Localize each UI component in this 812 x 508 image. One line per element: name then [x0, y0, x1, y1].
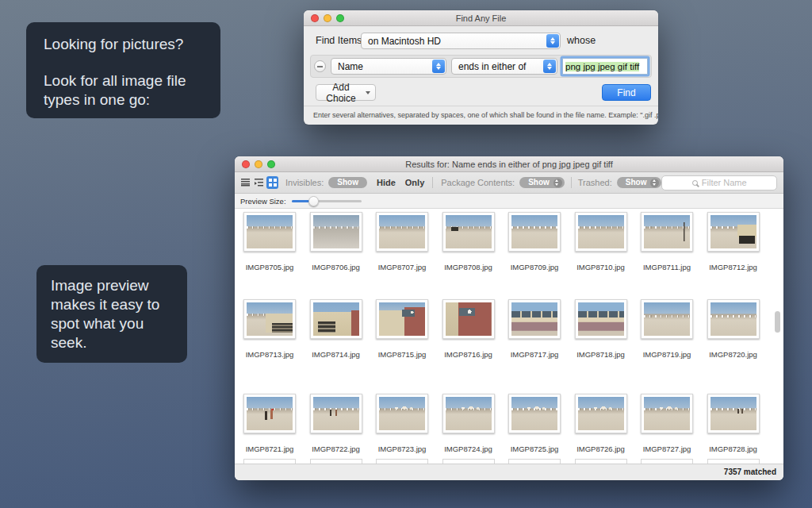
- thumbnail-image: [379, 397, 425, 430]
- find-any-file-window: Find Any File Find Items on Macintosh HD…: [304, 10, 658, 125]
- thumbnail: [376, 394, 428, 433]
- file-item[interactable]: IMGP8721.jpg: [243, 394, 296, 453]
- slider-knob[interactable]: [308, 196, 319, 206]
- grid-row: IMGP8713.jpg IMGP8714.jpg IMGP8715.jpg I…: [243, 299, 760, 359]
- find-button[interactable]: Find: [602, 84, 651, 101]
- file-item[interactable]: IMGP8707.jpg: [376, 212, 428, 271]
- whose-label: whose: [567, 33, 596, 49]
- search-icon: [692, 180, 698, 186]
- package-contents-dropdown[interactable]: Show: [519, 177, 565, 188]
- thumbnail-image: [644, 302, 690, 336]
- file-item[interactable]: IMGP8716.jpg: [442, 299, 495, 359]
- thumbnail: [508, 394, 561, 433]
- results-window-titlebar[interactable]: Results for: Name ends in either of png …: [235, 156, 783, 172]
- criteria-row: Name ends in either of png jpg jpeg gif …: [310, 55, 652, 78]
- thumbnail-image: [247, 397, 293, 430]
- file-item[interactable]: IMGP8718.jpg: [575, 299, 627, 359]
- vertical-scrollbar[interactable]: [775, 311, 780, 333]
- file-item[interactable]: IMGP8717.jpg: [508, 299, 561, 359]
- thumbnail-image: [644, 397, 690, 430]
- dropdown-stepper-icon: [543, 60, 556, 73]
- thumbnail-image: [446, 397, 492, 430]
- grid-view-button[interactable]: [266, 176, 278, 189]
- actions-row: Add Choice Find: [304, 84, 658, 101]
- invisibles-hide-button[interactable]: Hide: [377, 178, 396, 187]
- thumbnail-image: [446, 215, 492, 248]
- minimize-button[interactable]: [324, 14, 331, 22]
- status-bar: 7357 matched: [235, 464, 783, 480]
- thumbnail-image: [247, 302, 293, 336]
- operator-dropdown[interactable]: ends in either of: [451, 58, 557, 75]
- trashed-label: Trashed:: [578, 178, 612, 187]
- thumbnail: [310, 212, 362, 252]
- file-name: IMGP8711.jpg: [634, 263, 700, 271]
- file-item[interactable]: IMGP8713.jpg: [243, 299, 296, 359]
- thumbnail: [575, 299, 627, 339]
- file-item[interactable]: IMGP8705.jpg: [243, 212, 296, 271]
- thumbnail-image: [313, 397, 359, 430]
- file-item[interactable]: IMGP8706.jpg: [310, 212, 362, 271]
- results-window: Results for: Name ends in either of png …: [235, 156, 783, 480]
- file-name: IMGP8723.jpg: [369, 444, 435, 453]
- dropdown-stepper-icon: [432, 60, 445, 73]
- file-item[interactable]: IMGP8724.jpg: [442, 394, 495, 453]
- thumbnail-image: [511, 215, 557, 248]
- callout-looking-for-pictures: Looking for pictures? Look for all image…: [26, 22, 220, 118]
- remove-criterion-button[interactable]: [314, 60, 326, 72]
- filter-name-input[interactable]: Filter Name: [661, 175, 777, 190]
- thumbnail-image: [313, 215, 359, 248]
- file-name: IMGP8707.jpg: [369, 263, 435, 271]
- toolbar-divider: [432, 177, 433, 188]
- scope-value: on Macintosh HD: [368, 36, 441, 47]
- file-item[interactable]: IMGP8723.jpg: [376, 394, 428, 453]
- thumbnail: [641, 394, 693, 433]
- file-item[interactable]: IMGP8710.jpg: [575, 212, 627, 271]
- file-name: IMGP8728.jpg: [700, 444, 767, 453]
- file-name: IMGP8720.jpg: [700, 350, 767, 359]
- find-window-titlebar[interactable]: Find Any File: [304, 10, 658, 26]
- results-toolbar: Invisibles: Show Hide Only Package Conte…: [235, 172, 783, 194]
- file-item[interactable]: IMGP8728.jpg: [707, 394, 760, 453]
- file-item[interactable]: IMGP8715.jpg: [376, 299, 428, 359]
- file-item[interactable]: IMGP8727.jpg: [641, 394, 693, 453]
- invisibles-label: Invisibles:: [285, 178, 324, 187]
- thumbnail-image: [313, 302, 359, 336]
- list-view-button[interactable]: [239, 176, 251, 189]
- scope-dropdown[interactable]: on Macintosh HD: [361, 33, 561, 49]
- stepper-icon: [650, 179, 659, 187]
- close-button[interactable]: [242, 160, 250, 168]
- invisibles-show-button[interactable]: Show: [328, 177, 367, 188]
- zoom-button[interactable]: [336, 14, 344, 22]
- outline-view-button[interactable]: [253, 176, 265, 189]
- attribute-dropdown[interactable]: Name: [331, 58, 446, 75]
- thumbnail: [442, 212, 495, 252]
- file-item[interactable]: IMGP8708.jpg: [442, 212, 495, 271]
- file-item[interactable]: IMGP8722.jpg: [310, 394, 362, 453]
- preview-size-slider[interactable]: [292, 200, 362, 202]
- close-button[interactable]: [311, 14, 319, 22]
- file-name: IMGP8714.jpg: [303, 350, 370, 359]
- file-item[interactable]: IMGP8720.jpg: [707, 299, 760, 359]
- add-choice-button[interactable]: Add Choice: [316, 84, 376, 101]
- trashed-dropdown[interactable]: Show: [617, 177, 662, 188]
- file-item[interactable]: IMGP8714.jpg: [310, 299, 362, 359]
- file-item[interactable]: IMGP8709.jpg: [508, 212, 561, 271]
- preview-size-bar: Preview Size:: [235, 194, 783, 209]
- thumbnail-image: [710, 397, 756, 430]
- file-item[interactable]: IMGP8726.jpg: [575, 394, 627, 453]
- file-item[interactable]: IMGP8725.jpg: [508, 394, 561, 453]
- trashed-value: Show: [626, 177, 647, 188]
- file-name: IMGP8719.jpg: [634, 350, 700, 359]
- file-item[interactable]: IMGP8719.jpg: [641, 299, 693, 359]
- file-item[interactable]: IMGP8712.jpg: [707, 212, 760, 271]
- thumbnail: [641, 212, 693, 252]
- search-terms-input[interactable]: png jpg jpeg gif tiff: [562, 58, 648, 75]
- zoom-button[interactable]: [267, 160, 275, 168]
- thumbnail-image: [710, 215, 756, 248]
- thumbnail-image: [379, 302, 425, 336]
- file-name: IMGP8709.jpg: [501, 263, 568, 271]
- file-name: IMGP8716.jpg: [435, 350, 502, 359]
- invisibles-only-button[interactable]: Only: [405, 178, 424, 187]
- file-item[interactable]: IMGP8711.jpg: [641, 212, 693, 271]
- minimize-button[interactable]: [255, 160, 262, 168]
